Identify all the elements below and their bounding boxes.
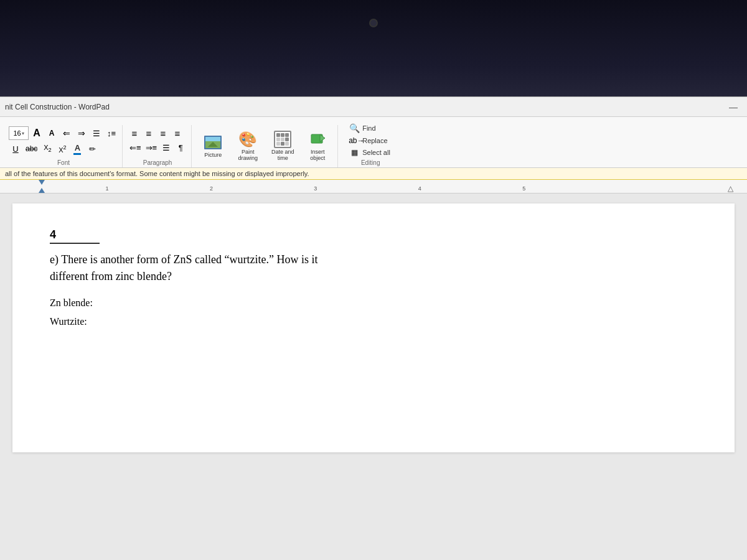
picture-button[interactable]: Picture [197, 131, 229, 161]
indent-top-marker[interactable] [39, 180, 45, 185]
subscript-button[interactable]: X2 [40, 142, 54, 156]
document-page: 4 e) There is another form of ZnS called… [12, 203, 735, 452]
align-indent-decrease-button[interactable]: ⇐≡ [128, 141, 143, 154]
indent-left-button[interactable]: ⇐ [60, 126, 73, 140]
document-area[interactable]: 4 e) There is another form of ZnS called… [0, 194, 747, 560]
minimize-button[interactable]: — [725, 100, 742, 114]
show-formatting-button[interactable]: ¶ [174, 141, 187, 154]
editing-group-label: Editing [361, 159, 380, 167]
find-label: Find [362, 124, 375, 132]
ruler[interactable]: 1 2 3 4 5 △ [0, 180, 747, 194]
picture-label: Picture [204, 152, 222, 159]
indent-bottom-marker[interactable] [39, 188, 45, 193]
select-all-icon: ▦ [349, 148, 360, 157]
title-bar: nit Cell Construction - WordPad — [0, 97, 747, 117]
ribbon: 16 ▾ A A ⇐ ⇒ [0, 117, 747, 168]
superscript-button[interactable]: X2 [55, 142, 69, 156]
font-bottom-row: U abc X2 X2 A [9, 142, 99, 156]
font-size-dropdown-arrow: ▾ [22, 131, 24, 136]
datetime-label: Date andtime [271, 149, 294, 162]
editing-group: 🔍 Find ab→ Replace ▦ Select all Editing [339, 119, 402, 167]
replace-button[interactable]: ab→ Replace [345, 135, 395, 146]
editing-buttons: 🔍 Find ab→ Replace ▦ Select all [343, 121, 398, 159]
subscript-icon: X2 [44, 144, 51, 153]
underline-button[interactable]: U [9, 142, 22, 156]
font-grow-button[interactable]: A [30, 126, 44, 140]
replace-label: Replace [362, 137, 387, 144]
paragraph-group: ≡ ≡ ≡ ≡ ⇐≡ ⇒≡ ☰ ¶ [124, 125, 192, 167]
list-type-button[interactable]: ☰ [159, 141, 173, 154]
paint-drawing-button[interactable]: 🎨 Paintdrawing [232, 128, 264, 164]
insert-object-icon [308, 129, 327, 149]
ruler-mark-3: 3 [314, 185, 317, 192]
strikethrough-icon: abc [26, 144, 37, 153]
question-text: e) There is another form of ZnS called “… [50, 251, 697, 285]
find-button[interactable]: 🔍 Find [345, 122, 395, 134]
datetime-button[interactable]: Date andtime [266, 128, 299, 164]
select-all-button[interactable]: ▦ Select all [345, 147, 395, 158]
datetime-icon [273, 129, 293, 149]
replace-icon: ab→ [349, 136, 360, 145]
insert-group: Picture 🎨 Paintdrawing [193, 125, 338, 167]
wordpad-window: nit Cell Construction - WordPad — 16 ▾ [0, 96, 747, 560]
highlight-button[interactable]: ✏ [85, 142, 99, 156]
notification-text: all of the features of this document's f… [5, 170, 309, 177]
font-group-label: Font [57, 159, 70, 167]
ruler-mark-1: 1 [105, 185, 108, 192]
font-color-icon: A [73, 143, 81, 155]
notification-bar: all of the features of this document's f… [0, 168, 747, 180]
align-buttons: ≡ ≡ ≡ ≡ ⇐≡ ⇒≡ ☰ ¶ [128, 126, 187, 154]
ruler-content: 1 2 3 4 5 △ [1, 180, 746, 193]
align-right-button[interactable]: ≡ [156, 126, 170, 140]
paint-icon: 🎨 [238, 129, 258, 149]
highlight-icon: ✏ [89, 144, 96, 154]
strikethrough-button[interactable]: abc [24, 142, 39, 156]
zn-blende-label: Zn blende: [50, 297, 697, 309]
camera-dot [369, 19, 378, 27]
indent-right-button[interactable]: ⇒ [75, 126, 88, 140]
align-center-button[interactable]: ≡ [142, 126, 156, 140]
justify-button[interactable]: ≡ [171, 126, 184, 140]
ruler-mark-4: 4 [418, 185, 421, 192]
font-size-value: 16 [13, 129, 21, 137]
insert-object-button[interactable]: Insertobject [301, 128, 334, 164]
find-icon: 🔍 [349, 123, 360, 133]
align-left-button[interactable]: ≡ [128, 126, 141, 140]
font-shrink-icon: A [49, 129, 55, 138]
wurtzite-label: Wurtzite: [50, 316, 697, 327]
superscript-icon: X2 [59, 144, 66, 154]
font-shrink-button[interactable]: A [45, 126, 59, 140]
question-number: 4 [50, 228, 100, 244]
list-bullets-button[interactable]: ☰ [90, 126, 103, 140]
paint-label: Paintdrawing [238, 149, 258, 162]
ruler-mark-5: 5 [522, 185, 525, 192]
font-top-row: 16 ▾ A A ⇐ ⇒ [9, 126, 118, 140]
ruler-end-marker: △ [728, 184, 733, 193]
bezel-top [0, 0, 747, 112]
font-size-selector[interactable]: 16 ▾ [9, 126, 29, 140]
window-title: nit Cell Construction - WordPad [5, 103, 725, 111]
font-group: 16 ▾ A A ⇐ ⇒ [5, 125, 123, 167]
font-grow-icon: A [33, 128, 40, 139]
ruler-mark-2: 2 [210, 185, 213, 192]
insert-object-label: Insertobject [310, 149, 325, 162]
line-spacing-button[interactable]: ↕≡ [105, 126, 118, 140]
align-indent-increase-button[interactable]: ⇒≡ [144, 141, 159, 154]
picture-icon [203, 133, 223, 152]
font-color-button[interactable]: A [70, 142, 84, 156]
ribbon-content: 16 ▾ A A ⇐ ⇒ [5, 119, 742, 167]
underline-icon: U [12, 144, 18, 154]
paragraph-group-label: Paragraph [143, 159, 172, 167]
select-all-label: Select all [362, 149, 390, 156]
